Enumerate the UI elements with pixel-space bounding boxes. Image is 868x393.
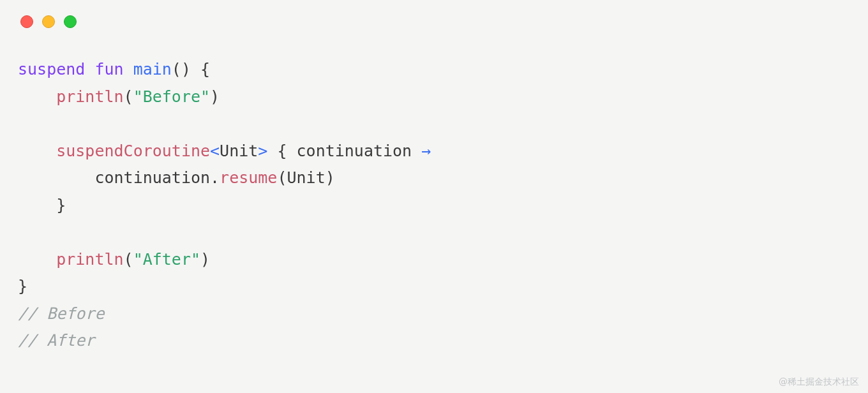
code-token: → [421,142,431,160]
code-window: suspend fun main() { println("Before") s… [0,0,868,370]
code-token: main [133,60,172,78]
code-token: "Before" [133,87,210,106]
code-token: Unit [220,142,258,160]
code-token: continuation [94,168,210,187]
code-token: { [191,60,210,78]
code-line: // After [18,331,94,350]
code-token: "After" [133,250,200,269]
code-token: < [210,142,220,160]
code-token: () [172,60,191,78]
watermark: @稀土掘金技术社区 [779,376,859,388]
code-line: // Before [18,304,104,323]
code-token: ) [200,250,210,269]
code-token: println [56,87,123,106]
code-block: suspend fun main() { println("Before") s… [18,56,850,355]
code-token: ( [124,87,133,106]
code-token: fun [94,60,123,78]
code-token [124,60,133,78]
code-line: continuation.resume(Unit) [18,168,335,187]
zoom-icon[interactable] [64,15,77,28]
code-token: // Before [18,304,104,323]
code-token: . [210,168,220,187]
code-token: { [267,142,296,160]
code-token: > [258,142,267,160]
code-token: resume [220,168,277,187]
code-token: // After [18,331,94,350]
code-line: println("After") [18,250,210,269]
code-token: println [56,250,123,269]
code-token: ( [277,168,287,187]
code-line: suspendCoroutine<Unit> { continuation → [18,142,431,160]
code-token: ( [124,250,133,269]
code-token: continuation [297,142,412,160]
minimize-icon[interactable] [42,15,55,28]
traffic-lights [20,15,850,28]
close-icon[interactable] [20,15,33,28]
code-token: suspendCoroutine [56,142,210,160]
code-line: suspend fun main() { [18,60,210,78]
code-line: } [18,277,27,295]
code-token: ) [326,168,335,187]
code-token: suspend [18,60,85,78]
code-token: Unit [287,168,325,187]
code-token: } [56,196,66,214]
code-line: println("Before") [18,87,220,106]
code-token: ) [210,87,220,106]
code-token [85,60,94,78]
code-token [412,142,421,160]
code-line: } [18,196,66,214]
code-token: } [18,277,27,295]
